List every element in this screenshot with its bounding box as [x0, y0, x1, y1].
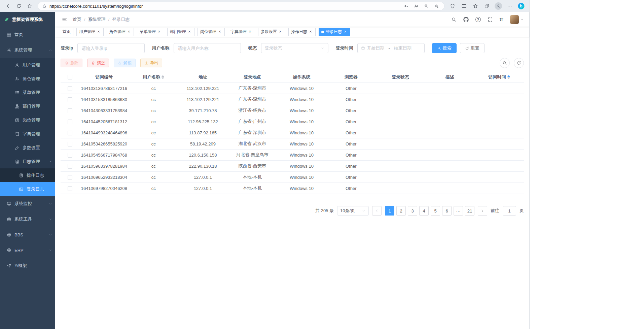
row-checkbox[interactable] [68, 175, 72, 180]
prev-page-button[interactable] [372, 206, 382, 216]
login-time-range-picker[interactable]: 开始日期 - 结束日期 [357, 43, 425, 53]
close-icon[interactable]: × [157, 30, 162, 34]
page-button-21[interactable]: 21 [465, 206, 474, 216]
copilot-bing-button[interactable]: b [516, 1, 526, 11]
sidebar-item-home[interactable]: 首页 [0, 27, 55, 42]
browser-refresh-button[interactable] [14, 1, 24, 11]
page-button-2[interactable]: 2 [396, 206, 406, 216]
table-row[interactable]: 1641059633978281984 cc 222.90.130.18 陕西省… [61, 161, 524, 172]
page-button-5[interactable]: 5 [431, 206, 440, 216]
collections-icon[interactable] [482, 1, 492, 11]
toggle-search-button[interactable] [500, 58, 510, 68]
row-checkbox[interactable] [68, 120, 72, 124]
page-button-6[interactable]: 6 [442, 206, 452, 216]
sidebar-item-yi-framework[interactable]: Yi框架 [0, 258, 55, 273]
row-checkbox[interactable] [68, 186, 72, 191]
tab-user-mgmt[interactable]: 用户管理× [76, 28, 104, 36]
help-button[interactable]: ? [475, 17, 481, 22]
row-checkbox[interactable] [68, 153, 72, 158]
table-row[interactable]: 1641044520567181312 cc 112.96.225.132 广东… [61, 116, 524, 127]
split-screen-icon[interactable] [459, 1, 469, 11]
user-name-input[interactable] [174, 43, 241, 53]
table-row[interactable]: 1641031367863177216 cc 113.102.129.221 广… [61, 83, 524, 94]
col-header-visit-time[interactable]: 访问时间 [489, 74, 510, 80]
font-size-button[interactable]: tT [500, 17, 503, 22]
close-icon[interactable]: × [308, 30, 313, 34]
browser-back-button[interactable] [3, 1, 13, 11]
row-checkbox[interactable] [68, 108, 72, 113]
sidebar-item-user-mgmt[interactable]: 用户管理 [0, 58, 55, 72]
password-key-icon[interactable] [402, 2, 410, 10]
table-row[interactable]: 1641053426655825920 cc 58.19.42.209 湖北省-… [61, 138, 524, 150]
close-icon[interactable]: × [248, 30, 252, 34]
header-search-button[interactable] [451, 17, 457, 22]
sidebar-item-system-monitor[interactable]: 系统监控 [0, 196, 55, 211]
browser-profile-button[interactable] [494, 1, 503, 11]
page-button-1[interactable]: 1 [385, 206, 394, 216]
clear-button[interactable]: 清空 [87, 59, 109, 67]
sidebar-item-post-mgmt[interactable]: 岗位管理 [0, 113, 55, 127]
row-checkbox[interactable] [68, 142, 72, 146]
goto-page-input[interactable] [503, 206, 516, 216]
sidebar-item-menu-mgmt[interactable]: 菜单管理 [0, 86, 55, 99]
sidebar-item-role-mgmt[interactable]: 角色管理 [0, 72, 55, 86]
table-row[interactable]: 1641043063331753984 cc 39.171.210.78 浙江省… [61, 105, 524, 116]
page-button-3[interactable]: 3 [408, 206, 417, 216]
tab-dept-mgmt[interactable]: 部门管理× [167, 28, 194, 36]
tab-role-mgmt[interactable]: 角色管理× [107, 28, 134, 36]
table-row[interactable]: 1641031533185863680 cc 113.102.129.221 广… [61, 94, 524, 105]
tab-post-mgmt[interactable]: 岗位管理× [198, 28, 225, 36]
close-icon[interactable]: × [278, 30, 283, 34]
sidebar-item-log-mgmt[interactable]: 日志管理 [0, 155, 55, 168]
close-icon[interactable]: × [127, 30, 131, 34]
page-button-4[interactable]: 4 [419, 206, 429, 216]
table-row[interactable]: 1641069652933218304 cc 127.0.0.1 本地-本机 W… [61, 172, 524, 183]
browser-more-menu[interactable] [505, 1, 514, 11]
delete-button[interactable]: 删除 [61, 59, 82, 67]
row-checkbox[interactable] [68, 164, 72, 169]
sidebar-item-dept-mgmt[interactable]: 部门管理 [0, 99, 55, 113]
select-all-checkbox[interactable] [68, 75, 72, 79]
status-select[interactable]: 登录状态 [261, 43, 328, 53]
table-row[interactable]: 1641069798270046208 cc 127.0.0.1 本地-本机 W… [61, 183, 524, 194]
close-icon[interactable]: × [96, 30, 101, 34]
sidebar-item-oper-log[interactable]: 操作日志 [0, 168, 55, 182]
tab-param-settings[interactable]: 参数设置× [258, 28, 285, 36]
table-row[interactable]: 1641054566717984768 cc 120.6.150.158 河北省… [61, 150, 524, 161]
row-checkbox[interactable] [68, 131, 72, 135]
add-favorite-star-icon[interactable] [433, 2, 440, 10]
breadcrumb-home[interactable]: 首页 [73, 17, 81, 23]
page-size-select[interactable]: 10条/页 [337, 206, 369, 216]
breadcrumb-system-mgmt[interactable]: 系统管理 [88, 17, 106, 23]
row-checkbox[interactable] [68, 86, 72, 91]
tab-login-log[interactable]: 登录日志× [319, 28, 350, 36]
close-icon[interactable]: × [217, 30, 222, 34]
search-button[interactable]: 搜索 [432, 43, 457, 53]
login-ip-input[interactable] [77, 43, 145, 53]
tab-home[interactable]: 首页 [60, 28, 73, 36]
user-menu[interactable] [510, 15, 524, 24]
tab-oper-log[interactable]: 操作日志× [288, 28, 316, 36]
sidebar-item-login-log[interactable]: 登录日志 [0, 182, 55, 196]
table-row[interactable]: 1641044993248464896 cc 113.87.92.165 广东省… [61, 127, 524, 138]
sidebar-item-param-settings[interactable]: 参数设置 [0, 141, 55, 155]
sidebar-item-system-tools[interactable]: 系统工具 [0, 211, 55, 227]
unlock-button[interactable]: 解锁 [114, 59, 136, 67]
read-aloud-icon[interactable] [413, 2, 420, 10]
next-page-button[interactable] [478, 206, 487, 216]
zoom-out-icon[interactable] [423, 2, 430, 10]
sidebar-item-dict-mgmt[interactable]: 字典管理 [0, 127, 55, 141]
browser-extension-icon[interactable] [448, 1, 457, 11]
sidebar-item-bbs[interactable]: BBS [0, 227, 55, 242]
sidebar-item-system-mgmt[interactable]: 系统管理 [0, 42, 55, 58]
more-pages-button[interactable]: ··· [454, 206, 463, 216]
close-icon[interactable]: × [343, 30, 348, 34]
fullscreen-button[interactable] [488, 17, 493, 22]
refresh-table-button[interactable] [514, 58, 524, 68]
github-link-button[interactable] [463, 17, 469, 22]
tab-menu-mgmt[interactable]: 菜单管理× [137, 28, 164, 36]
sidebar-toggle-button[interactable] [61, 15, 69, 24]
reset-button[interactable]: 重置 [460, 43, 485, 53]
sidebar-item-erp[interactable]: ERP [0, 242, 55, 258]
tab-dict-mgmt[interactable]: 字典管理× [228, 28, 255, 36]
